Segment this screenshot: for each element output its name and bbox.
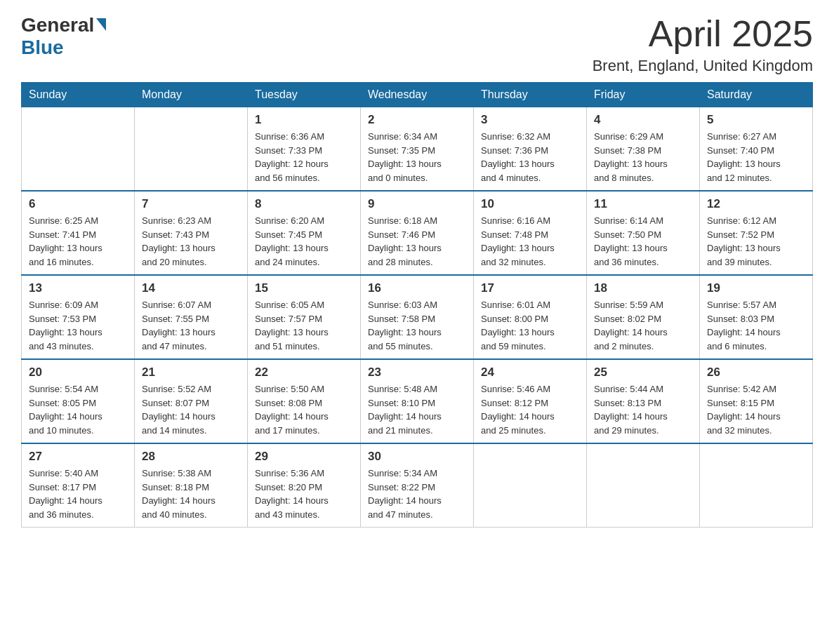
day-info: Sunrise: 5:48 AM Sunset: 8:10 PM Dayligh… xyxy=(368,382,466,437)
day-info: Sunrise: 5:44 AM Sunset: 8:13 PM Dayligh… xyxy=(594,382,692,437)
day-info: Sunrise: 5:42 AM Sunset: 8:15 PM Dayligh… xyxy=(707,382,805,437)
calendar-header-wednesday: Wednesday xyxy=(361,83,474,107)
day-number: 17 xyxy=(481,281,579,295)
day-info: Sunrise: 5:50 AM Sunset: 8:08 PM Dayligh… xyxy=(255,382,353,437)
day-number: 15 xyxy=(255,281,353,295)
calendar-cell: 25Sunrise: 5:44 AM Sunset: 8:13 PM Dayli… xyxy=(587,359,700,443)
calendar-cell: 7Sunrise: 6:23 AM Sunset: 7:43 PM Daylig… xyxy=(135,191,248,275)
calendar-header-friday: Friday xyxy=(587,83,700,107)
calendar-week-row: 13Sunrise: 6:09 AM Sunset: 7:53 PM Dayli… xyxy=(22,275,813,359)
day-info: Sunrise: 6:27 AM Sunset: 7:40 PM Dayligh… xyxy=(707,130,805,185)
day-number: 10 xyxy=(481,197,579,211)
calendar-cell: 6Sunrise: 6:25 AM Sunset: 7:41 PM Daylig… xyxy=(22,191,135,275)
day-number: 4 xyxy=(594,113,692,127)
calendar-week-row: 6Sunrise: 6:25 AM Sunset: 7:41 PM Daylig… xyxy=(22,191,813,275)
calendar-cell: 5Sunrise: 6:27 AM Sunset: 7:40 PM Daylig… xyxy=(700,107,813,192)
calendar-cell: 19Sunrise: 5:57 AM Sunset: 8:03 PM Dayli… xyxy=(700,275,813,359)
day-number: 3 xyxy=(481,113,579,127)
day-info: Sunrise: 6:29 AM Sunset: 7:38 PM Dayligh… xyxy=(594,130,692,185)
calendar-cell: 12Sunrise: 6:12 AM Sunset: 7:52 PM Dayli… xyxy=(700,191,813,275)
day-number: 9 xyxy=(368,197,466,211)
day-info: Sunrise: 6:14 AM Sunset: 7:50 PM Dayligh… xyxy=(594,214,692,269)
calendar-cell: 27Sunrise: 5:40 AM Sunset: 8:17 PM Dayli… xyxy=(22,443,135,528)
calendar-week-row: 27Sunrise: 5:40 AM Sunset: 8:17 PM Dayli… xyxy=(22,443,813,528)
day-number: 21 xyxy=(142,365,240,380)
calendar-cell: 28Sunrise: 5:38 AM Sunset: 8:18 PM Dayli… xyxy=(135,443,248,528)
calendar-week-row: 1Sunrise: 6:36 AM Sunset: 7:33 PM Daylig… xyxy=(22,107,813,192)
logo-arrow-icon xyxy=(96,18,106,31)
page-title: April 2025 xyxy=(593,14,813,54)
calendar-cell xyxy=(587,443,700,528)
logo-general-text: General xyxy=(21,14,94,36)
calendar-cell: 2Sunrise: 6:34 AM Sunset: 7:35 PM Daylig… xyxy=(361,107,474,192)
calendar-cell: 24Sunrise: 5:46 AM Sunset: 8:12 PM Dayli… xyxy=(474,359,587,443)
day-info: Sunrise: 6:36 AM Sunset: 7:33 PM Dayligh… xyxy=(255,130,353,185)
day-info: Sunrise: 6:07 AM Sunset: 7:55 PM Dayligh… xyxy=(142,298,240,353)
day-number: 1 xyxy=(255,113,353,127)
day-number: 18 xyxy=(594,281,692,295)
day-info: Sunrise: 6:20 AM Sunset: 7:45 PM Dayligh… xyxy=(255,214,353,269)
calendar-cell: 11Sunrise: 6:14 AM Sunset: 7:50 PM Dayli… xyxy=(587,191,700,275)
day-info: Sunrise: 5:36 AM Sunset: 8:20 PM Dayligh… xyxy=(255,467,353,521)
day-number: 5 xyxy=(707,113,805,127)
day-number: 6 xyxy=(29,197,127,211)
day-number: 19 xyxy=(707,281,805,295)
day-number: 25 xyxy=(594,365,692,380)
day-info: Sunrise: 5:40 AM Sunset: 8:17 PM Dayligh… xyxy=(29,467,127,521)
calendar-cell: 14Sunrise: 6:07 AM Sunset: 7:55 PM Dayli… xyxy=(135,275,248,359)
calendar-cell xyxy=(700,443,813,528)
page-subtitle: Brent, England, United Kingdom xyxy=(593,57,813,75)
day-number: 24 xyxy=(481,365,579,380)
calendar-cell: 13Sunrise: 6:09 AM Sunset: 7:53 PM Dayli… xyxy=(22,275,135,359)
day-info: Sunrise: 6:18 AM Sunset: 7:46 PM Dayligh… xyxy=(368,214,466,269)
calendar-cell xyxy=(474,443,587,528)
logo-blue-text: Blue xyxy=(21,36,64,59)
calendar-week-row: 20Sunrise: 5:54 AM Sunset: 8:05 PM Dayli… xyxy=(22,359,813,443)
day-number: 8 xyxy=(255,197,353,211)
calendar-cell: 29Sunrise: 5:36 AM Sunset: 8:20 PM Dayli… xyxy=(248,443,361,528)
calendar-cell: 21Sunrise: 5:52 AM Sunset: 8:07 PM Dayli… xyxy=(135,359,248,443)
day-info: Sunrise: 5:46 AM Sunset: 8:12 PM Dayligh… xyxy=(481,382,579,437)
day-info: Sunrise: 5:52 AM Sunset: 8:07 PM Dayligh… xyxy=(142,382,240,437)
calendar-cell: 26Sunrise: 5:42 AM Sunset: 8:15 PM Dayli… xyxy=(700,359,813,443)
calendar-header-saturday: Saturday xyxy=(700,83,813,107)
day-number: 20 xyxy=(29,365,127,380)
day-number: 29 xyxy=(255,450,353,464)
day-info: Sunrise: 5:54 AM Sunset: 8:05 PM Dayligh… xyxy=(29,382,127,437)
calendar-cell: 18Sunrise: 5:59 AM Sunset: 8:02 PM Dayli… xyxy=(587,275,700,359)
calendar-cell: 1Sunrise: 6:36 AM Sunset: 7:33 PM Daylig… xyxy=(248,107,361,192)
calendar-cell: 22Sunrise: 5:50 AM Sunset: 8:08 PM Dayli… xyxy=(248,359,361,443)
calendar-cell: 4Sunrise: 6:29 AM Sunset: 7:38 PM Daylig… xyxy=(587,107,700,192)
day-number: 12 xyxy=(707,197,805,211)
calendar-header-row: SundayMondayTuesdayWednesdayThursdayFrid… xyxy=(22,83,813,107)
day-number: 27 xyxy=(29,450,127,464)
logo: General Blue xyxy=(21,14,106,59)
calendar-cell: 20Sunrise: 5:54 AM Sunset: 8:05 PM Dayli… xyxy=(22,359,135,443)
day-info: Sunrise: 6:16 AM Sunset: 7:48 PM Dayligh… xyxy=(481,214,579,269)
day-number: 7 xyxy=(142,197,240,211)
day-number: 11 xyxy=(594,197,692,211)
calendar-header-thursday: Thursday xyxy=(474,83,587,107)
calendar-cell xyxy=(135,107,248,192)
calendar-header-tuesday: Tuesday xyxy=(248,83,361,107)
calendar-cell: 10Sunrise: 6:16 AM Sunset: 7:48 PM Dayli… xyxy=(474,191,587,275)
day-info: Sunrise: 5:59 AM Sunset: 8:02 PM Dayligh… xyxy=(594,298,692,353)
day-number: 2 xyxy=(368,113,466,127)
calendar-cell: 16Sunrise: 6:03 AM Sunset: 7:58 PM Dayli… xyxy=(361,275,474,359)
day-info: Sunrise: 5:34 AM Sunset: 8:22 PM Dayligh… xyxy=(368,467,466,521)
calendar-cell xyxy=(22,107,135,192)
day-number: 30 xyxy=(368,450,466,464)
day-info: Sunrise: 6:23 AM Sunset: 7:43 PM Dayligh… xyxy=(142,214,240,269)
day-number: 28 xyxy=(142,450,240,464)
day-number: 16 xyxy=(368,281,466,295)
day-info: Sunrise: 6:32 AM Sunset: 7:36 PM Dayligh… xyxy=(481,130,579,185)
calendar-cell: 15Sunrise: 6:05 AM Sunset: 7:57 PM Dayli… xyxy=(248,275,361,359)
calendar-header-sunday: Sunday xyxy=(22,83,135,107)
title-block: April 2025 Brent, England, United Kingdo… xyxy=(593,14,813,75)
day-info: Sunrise: 6:25 AM Sunset: 7:41 PM Dayligh… xyxy=(29,214,127,269)
day-number: 22 xyxy=(255,365,353,380)
day-info: Sunrise: 6:01 AM Sunset: 8:00 PM Dayligh… xyxy=(481,298,579,353)
day-info: Sunrise: 6:12 AM Sunset: 7:52 PM Dayligh… xyxy=(707,214,805,269)
day-number: 23 xyxy=(368,365,466,380)
day-number: 26 xyxy=(707,365,805,380)
